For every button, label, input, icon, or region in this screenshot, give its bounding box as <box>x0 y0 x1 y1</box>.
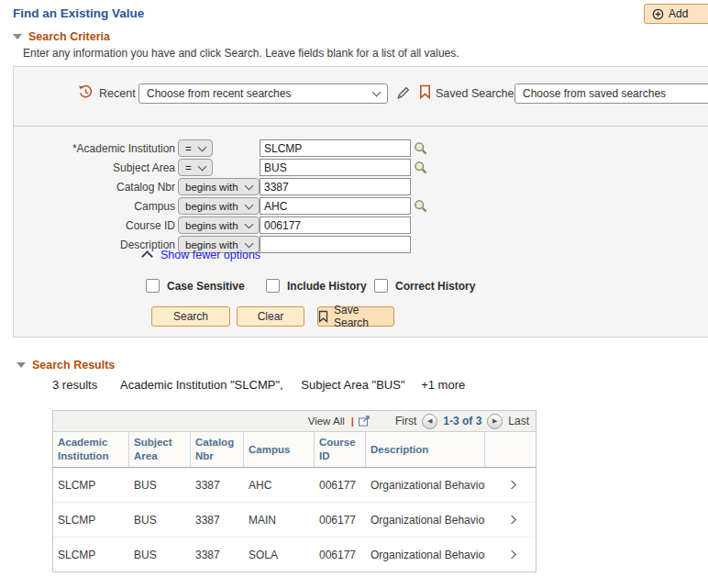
result-cell-campus: MAIN <box>244 514 315 527</box>
result-cell-actions <box>485 481 536 489</box>
criteria-input-description[interactable] <box>260 236 411 253</box>
saved-searches-label: Saved Searches <box>436 87 520 100</box>
results-summary: 3 results Academic Institution "SLCMP", … <box>52 378 465 392</box>
column-header-subject-area[interactable]: Subject Area <box>129 432 191 467</box>
lookup-icon[interactable] <box>414 161 428 175</box>
checkbox-label-case-sensitive: Case Sensitive <box>167 280 245 293</box>
row-detail-chevron-icon[interactable] <box>504 550 516 559</box>
criteria-input-catalog-nbr[interactable] <box>260 178 411 195</box>
checkbox-label-correct-history: Correct History <box>395 280 475 293</box>
save-search-button[interactable]: Save Search <box>317 306 394 327</box>
column-header-description[interactable]: Description <box>366 432 485 467</box>
operator-select-course-id[interactable]: begins with <box>178 216 260 234</box>
search-criteria-header[interactable]: Search Criteria <box>13 30 110 43</box>
grid-toolbar: View All | First ◀ 1-3 of 3 ▶ Last <box>53 411 536 432</box>
page-title: Find an Existing Value <box>13 6 144 20</box>
edit-recent-searches-icon[interactable] <box>396 85 411 104</box>
result-cell-description: Organizational Behavior <box>366 514 485 527</box>
result-cell-description: Organizational Behavior <box>366 479 485 492</box>
result-cell-description: Organizational Behavior <box>366 549 485 561</box>
result-row[interactable]: SLCMPBUS3387MAIN006177Organizational Beh… <box>53 502 536 537</box>
result-cell-academic-institution: SLCMP <box>53 514 129 527</box>
show-fewer-options-label: Show fewer options <box>160 249 260 261</box>
column-header-campus[interactable]: Campus <box>244 432 315 467</box>
operator-value: = <box>185 162 192 173</box>
pagination-first[interactable]: First <box>395 415 416 427</box>
operator-value: begins with <box>185 201 238 212</box>
result-cell-catalog-nbr: 3387 <box>191 549 244 561</box>
show-fewer-options-link[interactable]: Show fewer options <box>143 249 260 261</box>
clear-button-label: Clear <box>258 310 284 323</box>
add-button-label: Add <box>669 7 688 20</box>
saved-searches-value: Choose from saved searches <box>523 87 666 100</box>
criteria-input-campus[interactable] <box>260 197 411 215</box>
operator-value: begins with <box>185 220 238 231</box>
result-cell-catalog-nbr: 3387 <box>191 514 244 527</box>
search-button[interactable]: Search <box>151 306 230 327</box>
collapse-triangle-icon <box>13 34 22 39</box>
operator-wrap: begins with <box>178 197 260 215</box>
result-cell-subject-area: BUS <box>129 549 191 561</box>
criteria-input-subject-area[interactable] <box>260 159 411 176</box>
operator-value: begins with <box>185 182 238 193</box>
find-existing-value-page: Find an Existing Value Add Search Criter… <box>0 0 708 588</box>
save-search-button-label: Save Search <box>334 304 393 329</box>
collapse-triangle-icon <box>17 362 26 368</box>
plus-circle-icon <box>652 8 664 20</box>
recent-searches-select[interactable]: Choose from recent searches <box>138 83 388 104</box>
search-criteria-title: Search Criteria <box>28 30 110 43</box>
checkbox-label-include-history: Include History <box>287 280 367 293</box>
column-header-course-id[interactable]: Course ID <box>315 432 366 467</box>
pagination-range: 1-3 of 3 <box>443 415 481 427</box>
add-button[interactable]: Add <box>644 4 708 24</box>
pagination-prev-button[interactable]: ◀ <box>422 414 437 429</box>
criteria-input-course-id[interactable] <box>260 216 411 234</box>
saved-searches-select[interactable]: Choose from saved searches <box>514 83 708 104</box>
pagination: First ◀ 1-3 of 3 ▶ Last <box>395 414 529 429</box>
operator-select-catalog-nbr[interactable]: begins with <box>178 178 260 195</box>
open-in-window-icon[interactable] <box>359 416 371 427</box>
pagination-next-button[interactable]: ▶ <box>487 414 503 429</box>
lookup-icon[interactable] <box>414 141 428 156</box>
result-cell-actions <box>485 550 536 559</box>
field-label-catalog-nbr: Catalog Nbr <box>14 181 175 194</box>
result-row[interactable]: SLCMPBUS3387AHC006177Organizational Beha… <box>53 468 536 502</box>
results-count: 3 results <box>52 378 97 392</box>
criteria-row-catalog-nbr: Catalog Nbrbegins with <box>14 177 708 196</box>
checkbox-item-include-history: Include History <box>266 279 367 293</box>
row-detail-chevron-icon[interactable] <box>504 516 516 524</box>
result-cell-academic-institution: SLCMP <box>53 549 129 561</box>
grid-header-row: Academic InstitutionSubject AreaCatalog … <box>53 432 536 468</box>
criteria-row-description: Descriptionbegins with <box>14 235 708 254</box>
saved-searches-bookmark-icon <box>419 84 431 103</box>
operator-select-campus[interactable]: begins with <box>178 197 260 215</box>
field-label-campus: Campus <box>14 200 175 213</box>
checkbox-item-case-sensitive: Case Sensitive <box>146 279 245 293</box>
search-results-header[interactable]: Search Results <box>17 359 115 372</box>
operator-select-academic-institution[interactable]: = <box>178 139 213 157</box>
operator-wrap: = <box>178 139 260 157</box>
field-label-subject-area: Subject Area <box>14 161 175 174</box>
checkbox-include-history[interactable] <box>266 279 280 293</box>
column-header-academic-institution[interactable]: Academic Institution <box>53 432 129 467</box>
results-grid: View All | First ◀ 1-3 of 3 ▶ Last Acade… <box>52 410 537 572</box>
result-cell-course-id: 006177 <box>315 514 366 527</box>
lookup-icon[interactable] <box>414 199 428 214</box>
view-all-link[interactable]: View All <box>308 416 345 427</box>
checkbox-correct-history[interactable] <box>374 279 388 293</box>
criteria-input-academic-institution[interactable] <box>260 139 411 157</box>
result-row[interactable]: SLCMPBUS3387SOLA006177Organizational Beh… <box>53 537 536 571</box>
clear-button[interactable]: Clear <box>237 306 304 327</box>
operator-wrap: = <box>178 159 260 176</box>
chevron-up-icon <box>141 250 153 262</box>
criteria-row-campus: Campusbegins with <box>14 196 708 216</box>
pagination-last[interactable]: Last <box>508 415 529 427</box>
column-header-catalog-nbr[interactable]: Catalog Nbr <box>191 432 244 467</box>
checkbox-case-sensitive[interactable] <box>146 279 160 293</box>
row-detail-chevron-icon[interactable] <box>504 481 516 489</box>
field-label-course-id: Course ID <box>14 219 175 232</box>
result-cell-catalog-nbr: 3387 <box>191 479 244 492</box>
result-cell-campus: SOLA <box>244 549 315 561</box>
filter-institution: Academic Institution "SLCMP", <box>120 378 283 392</box>
operator-select-subject-area[interactable]: = <box>178 159 213 176</box>
